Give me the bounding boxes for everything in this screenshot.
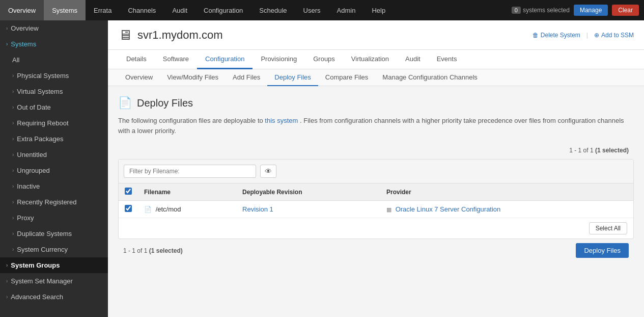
sidebar-item-unentitled[interactable]: › Unentitled (0, 147, 108, 163)
trash-icon: 🗑 (533, 32, 539, 39)
primary-tabs: Details Software Configuration Provision… (108, 50, 644, 69)
tab-audit[interactable]: Audit (397, 50, 429, 69)
monitor-icon: 🖥 (118, 27, 132, 43)
page-header: 🖥 svr1.mydom.com 🗑 Delete System | ⊕ Add… (108, 20, 644, 50)
clear-button[interactable]: Clear (612, 5, 639, 16)
delete-system-link[interactable]: 🗑 Delete System (533, 32, 580, 39)
sidebar-item-advanced-search[interactable]: › Advanced Search (0, 289, 108, 305)
nav-audit[interactable]: Audit (164, 0, 195, 20)
nav-errata[interactable]: Errata (86, 0, 120, 20)
tab-manage-config-channels[interactable]: Manage Configuration Channels (375, 69, 484, 86)
nav-help[interactable]: Help (363, 0, 394, 20)
revision-link[interactable]: Revision 1 (242, 205, 273, 213)
tab-software[interactable]: Software (155, 50, 197, 69)
sidebar-item-duplicate-systems[interactable]: › Duplicate Systems (0, 226, 108, 242)
plus-circle-icon: ⊕ (594, 32, 599, 39)
chevron-icon: › (6, 294, 8, 300)
secondary-tabs: Overview View/Modify Files Add Files Dep… (108, 69, 644, 86)
sidebar-item-recently-registered[interactable]: › Recently Registered (0, 194, 108, 210)
sidebar-extra-label: Extra Packages (17, 135, 63, 143)
sidebar-item-system-currency[interactable]: › System Currency (0, 242, 108, 257)
tab-deploy-files[interactable]: Deploy Files (267, 69, 318, 86)
sidebar-all-label: All (12, 56, 19, 64)
add-to-ssm-link[interactable]: ⊕ Add to SSM (594, 32, 634, 39)
nav-users[interactable]: Users (295, 0, 329, 20)
systems-selected-label: systems selected (523, 7, 570, 14)
sidebar-item-inactive[interactable]: › Inactive (0, 178, 108, 194)
row-checkbox-cell (119, 201, 138, 218)
tab-virtualization[interactable]: Virtualization (343, 50, 397, 69)
nav-schedule[interactable]: Schedule (251, 0, 295, 20)
this-system-link[interactable]: this system (265, 117, 298, 124)
col-revision-header: Deployable Revision (236, 183, 380, 201)
sidebar-proxy-label: Proxy (17, 214, 34, 222)
col-provider-header: Provider (380, 183, 633, 201)
tab-events[interactable]: Events (429, 50, 465, 69)
tab-compare-files[interactable]: Compare Files (318, 69, 376, 86)
sidebar-systems-label: Systems (11, 40, 36, 48)
table-header-row: Filename Deployable Revision Provider (119, 183, 633, 201)
sidebar-item-requiring-reboot[interactable]: › Requiring Reboot (0, 115, 108, 131)
page-title: svr1.mydom.com (137, 29, 222, 42)
sidebar-ssm-label: System Set Manager (11, 277, 72, 285)
main-content: 🖥 svr1.mydom.com 🗑 Delete System | ⊕ Add… (108, 20, 644, 317)
sidebar-item-ungrouped[interactable]: › Ungrouped (0, 163, 108, 178)
tab-configuration[interactable]: Configuration (197, 50, 253, 69)
sidebar-virtual-label: Virtual Systems (17, 88, 63, 95)
deploy-icon: 📄 (118, 96, 132, 110)
tab-add-files[interactable]: Add Files (226, 69, 267, 86)
sidebar-item-extra-packages[interactable]: › Extra Packages (0, 131, 108, 147)
tab-provisioning[interactable]: Provisioning (253, 50, 305, 69)
tab-groups[interactable]: Groups (305, 50, 343, 69)
systems-count-badge: 0 (512, 7, 521, 14)
bottom-bar: 1 - 1 of 1 (1 selected) Deploy Files (118, 239, 634, 258)
nav-channels[interactable]: Channels (120, 0, 164, 20)
header-checkbox-cell (119, 183, 138, 201)
chevron-icon: › (12, 168, 14, 173)
page-actions: 🗑 Delete System | ⊕ Add to SSM (533, 32, 634, 39)
select-all-checkbox[interactable] (125, 188, 132, 195)
chevron-icon: › (6, 25, 8, 31)
sidebar-item-overview[interactable]: › Overview (0, 20, 108, 36)
content-description: The following configuration files are de… (118, 116, 634, 136)
tab-config-overview[interactable]: Overview (118, 69, 160, 86)
sidebar-inactive-label: Inactive (17, 182, 40, 190)
nav-systems[interactable]: Systems (44, 0, 86, 20)
sidebar-item-physical-systems[interactable]: › Physical Systems (0, 68, 108, 84)
sidebar-item-all[interactable]: All (0, 52, 108, 68)
deploy-files-button[interactable]: Deploy Files (576, 243, 629, 258)
nav-configuration[interactable]: Configuration (195, 0, 251, 20)
select-all-row: Select All (119, 218, 633, 239)
filter-toggle-button[interactable]: 👁 (260, 165, 276, 178)
content-title: Deploy Files (137, 97, 193, 109)
sidebar-item-system-groups[interactable]: › System Groups (0, 257, 108, 273)
table-row: 📄 /etc/mod Revision 1 ▦ Oracle Linux 7 S… (119, 201, 633, 218)
page-title-area: 🖥 svr1.mydom.com (118, 27, 222, 43)
sidebar-item-out-of-date[interactable]: › Out of Date (0, 99, 108, 115)
sidebar-item-virtual-systems[interactable]: › Virtual Systems (0, 84, 108, 99)
provider-link[interactable]: Oracle Linux 7 Server Configuration (396, 205, 501, 213)
tab-view-modify-files[interactable]: View/Modify Files (160, 69, 226, 86)
filter-bar: 👁 (119, 160, 633, 183)
sidebar-sysgroups-label: System Groups (11, 261, 60, 269)
manage-button[interactable]: Manage (574, 5, 608, 16)
pagination-text: 1 - 1 of 1 (569, 147, 593, 154)
chevron-icon: › (12, 247, 14, 252)
select-all-button[interactable]: Select All (589, 222, 627, 234)
chevron-icon: › (12, 199, 14, 205)
content-title-area: 📄 Deploy Files (118, 96, 634, 110)
row-checkbox[interactable] (125, 205, 132, 212)
nav-admin[interactable]: Admin (329, 0, 364, 20)
chevron-icon: › (12, 136, 14, 142)
sidebar-recently-label: Recently Registered (17, 198, 76, 206)
sidebar-item-system-set-manager[interactable]: › System Set Manager (0, 273, 108, 289)
sidebar-item-proxy[interactable]: › Proxy (0, 210, 108, 226)
provider-icon: ▦ (386, 206, 391, 213)
chevron-icon: › (6, 262, 8, 268)
sidebar-item-systems[interactable]: › Systems (0, 36, 108, 52)
tab-details[interactable]: Details (118, 50, 155, 69)
nav-overview[interactable]: Overview (0, 0, 44, 20)
chevron-icon: › (12, 152, 14, 157)
filter-input[interactable] (124, 165, 256, 178)
chevron-icon: › (12, 120, 14, 126)
